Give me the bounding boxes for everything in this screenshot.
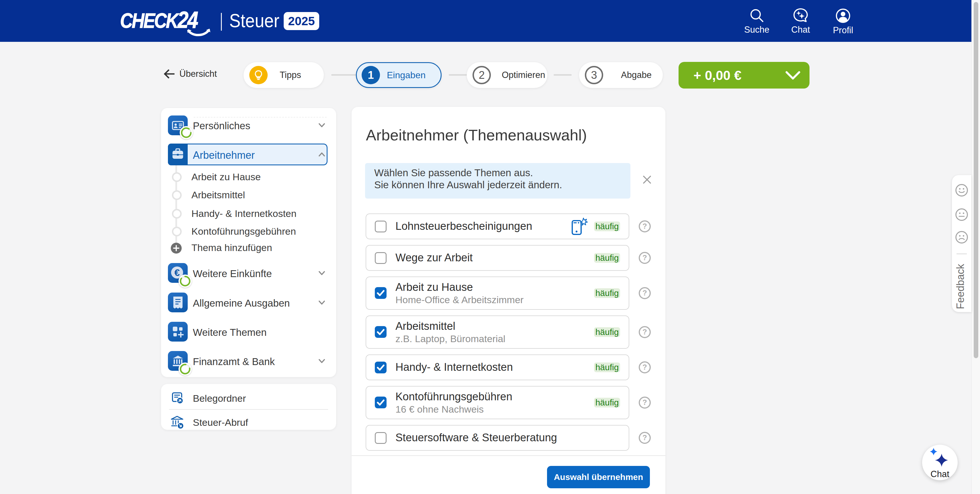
svg-text:?: ? <box>643 363 647 372</box>
svg-text:?: ? <box>643 253 647 262</box>
svg-text:?: ? <box>643 222 647 230</box>
svg-text:?: ? <box>643 289 647 297</box>
svg-text:?: ? <box>643 398 647 407</box>
svg-text:?: ? <box>643 433 647 442</box>
svg-text:?: ? <box>643 327 647 336</box>
